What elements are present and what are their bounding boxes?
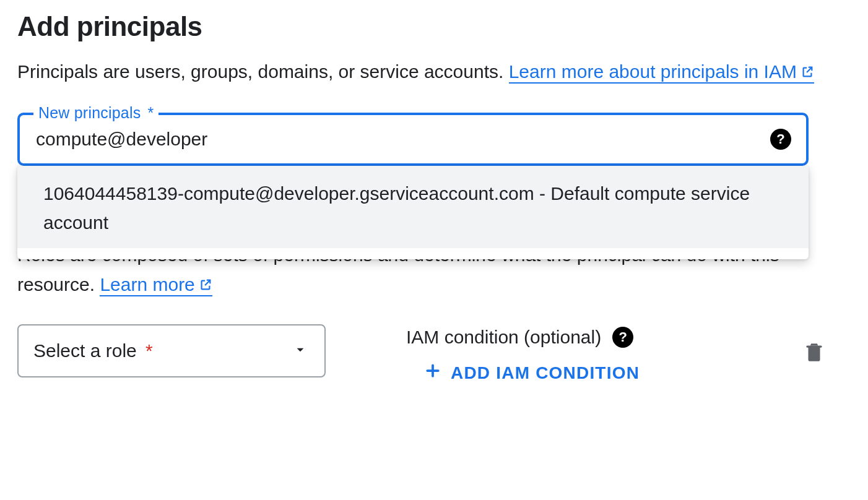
- required-marker: *: [148, 104, 154, 121]
- learn-more-principals-label: Learn more about principals in IAM: [509, 61, 797, 82]
- external-link-icon: [801, 58, 814, 87]
- learn-more-roles-link[interactable]: Learn more: [100, 274, 212, 296]
- add-iam-condition-button[interactable]: ADD IAM CONDITION: [423, 361, 640, 384]
- required-marker: *: [145, 340, 153, 361]
- iam-condition-label: IAM condition (optional): [406, 327, 601, 348]
- role-select[interactable]: Select a role *: [17, 324, 326, 377]
- new-principals-label-text: New principals: [38, 104, 141, 121]
- new-principals-field-wrapper: New principals * ? 1064044458139-compute…: [17, 113, 851, 166]
- role-select-placeholder-text: Select a role: [33, 340, 137, 361]
- principals-autocomplete-dropdown: 1064044458139-compute@developer.gservice…: [17, 166, 809, 259]
- help-icon[interactable]: ?: [612, 327, 633, 348]
- plus-icon: [423, 361, 442, 384]
- learn-more-principals-link[interactable]: Learn more about principals in IAM: [509, 61, 814, 84]
- iam-condition-label-row: IAM condition (optional) ?: [406, 327, 640, 348]
- svg-rect-0: [806, 346, 822, 348]
- new-principals-label: New principals *: [33, 104, 158, 122]
- caret-down-icon: [292, 342, 308, 360]
- autocomplete-suggestion[interactable]: 1064044458139-compute@developer.gservice…: [17, 166, 809, 248]
- add-iam-condition-label: ADD IAM CONDITION: [451, 363, 640, 383]
- help-icon[interactable]: ?: [770, 129, 791, 150]
- delete-role-button[interactable]: [802, 339, 851, 366]
- trash-icon: [802, 355, 826, 366]
- principals-description-text: Principals are users, groups, domains, o…: [17, 61, 509, 82]
- external-link-icon: [199, 270, 212, 300]
- role-select-placeholder: Select a role *: [33, 340, 153, 361]
- principals-description: Principals are users, groups, domains, o…: [17, 57, 822, 87]
- page-title: Add principals: [17, 11, 851, 42]
- iam-condition-column: IAM condition (optional) ? ADD IAM CONDI…: [406, 324, 640, 384]
- new-principals-input[interactable]: [35, 128, 763, 150]
- new-principals-field[interactable]: New principals * ?: [17, 113, 809, 166]
- learn-more-roles-label: Learn more: [100, 274, 194, 295]
- role-assignment-row: Select a role * IAM condition (optional)…: [17, 324, 851, 384]
